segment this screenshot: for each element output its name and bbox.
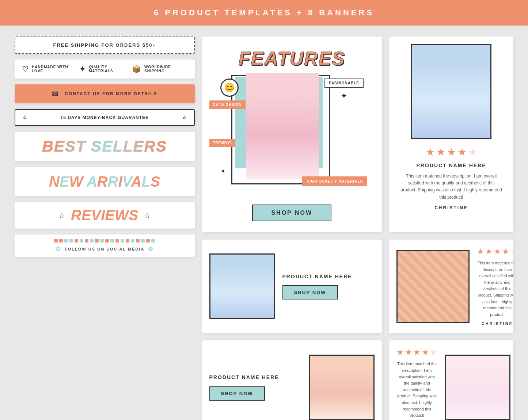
reviews-star-left: ☆ bbox=[58, 211, 65, 220]
star-r2-2: ★ bbox=[485, 247, 493, 256]
dot-5 bbox=[75, 239, 78, 243]
na-a: A bbox=[87, 173, 97, 190]
model-dress bbox=[246, 73, 319, 179]
na-r2: R bbox=[108, 173, 118, 190]
worldwide-text: WORLDWIDE SHIPPING bbox=[144, 65, 187, 73]
model-white-dress bbox=[446, 356, 509, 419]
dot-15 bbox=[126, 239, 129, 243]
handmade-text: HANDMADE WITH LOVE bbox=[32, 65, 76, 73]
reviews-text: REVIEWS bbox=[71, 207, 138, 224]
dot-13 bbox=[115, 239, 119, 243]
star-r2-1: ★ bbox=[477, 247, 484, 256]
dot-6 bbox=[80, 239, 83, 243]
envelope-icon: ✉ bbox=[52, 89, 59, 98]
banner-social: ✿ FOLLOW US ON SOCIAL MEDIA ✿ bbox=[15, 234, 195, 257]
social-media-text: ✿ FOLLOW US ON SOCIAL MEDIA ✿ bbox=[56, 245, 153, 252]
na-a2: A bbox=[131, 173, 141, 190]
product-info-row2-left: PRODUCT NAME HERE SHOP NOW bbox=[282, 273, 375, 300]
dot-10 bbox=[100, 239, 104, 243]
shipping-text: FREE SHIPPING FOR ORDERS $50+ bbox=[53, 42, 156, 48]
na-i: I bbox=[118, 173, 122, 190]
flower-right-icon: ✿ bbox=[148, 245, 153, 252]
tag-cute-design: CUTE DESIGN bbox=[209, 100, 246, 109]
features-model-image bbox=[246, 73, 319, 179]
box-icon: 📦 bbox=[132, 65, 141, 73]
product-image-row2-left bbox=[209, 253, 275, 319]
features-title: FEATURES bbox=[213, 47, 371, 69]
product-name: PRODUCT NAME HERE bbox=[416, 163, 486, 168]
banner-icons: ♡ HANDMADE WITH LOVE ✦ QUALITY MATERIALS… bbox=[15, 60, 195, 79]
review-product-image bbox=[411, 44, 491, 139]
dot-2 bbox=[59, 239, 63, 243]
product-name-row3-left: PRODUCT NAME HERE bbox=[209, 374, 302, 381]
review-large-card: ★ ★ ★ ★ ★ PRODUCT NAME HERE This item ma… bbox=[389, 37, 513, 232]
dot-20 bbox=[151, 239, 155, 243]
reviewer-name: CHRISTINE bbox=[434, 205, 468, 210]
stars-row3: ★ ★ ★ ★ ★ bbox=[396, 348, 437, 357]
dot-16 bbox=[131, 239, 134, 243]
dot-17 bbox=[136, 239, 140, 243]
dot-1 bbox=[54, 239, 58, 243]
banner-free-shipping: FREE SHIPPING FOR ORDERS $50+ bbox=[15, 37, 195, 54]
product-image-row3-left bbox=[309, 355, 375, 420]
dot-19 bbox=[146, 239, 150, 243]
star-icon-banner: ✦ bbox=[79, 65, 86, 73]
guarantee-text: 15 DAYS MONEY-BACK GUARANTEE bbox=[60, 115, 149, 120]
na-w: W bbox=[69, 173, 83, 190]
star-2: ★ bbox=[436, 146, 445, 158]
banner-guarantee: ☆ 15 DAYS MONEY-BACK GUARANTEE ☆ bbox=[15, 109, 195, 126]
stars-row2: ★ ★ ★ ★ ★ bbox=[477, 247, 513, 256]
shop-now-button-row2-left[interactable]: SHOP NOW bbox=[282, 285, 338, 299]
banners-column: FREE SHIPPING FOR ORDERS $50+ ♡ HANDMADE… bbox=[15, 37, 195, 420]
star-r2-4: ★ bbox=[502, 247, 509, 256]
sparkle-icon-1: ✦ bbox=[341, 91, 347, 101]
review-card-row3-right: ★ ★ ★ ★ ★ This item matched the descript… bbox=[389, 340, 513, 420]
quality-text: QUALITY MATERIALS bbox=[89, 65, 128, 73]
banner-reviews: ☆ REVIEWS ☆ bbox=[15, 202, 195, 229]
reviews-star-right: ☆ bbox=[144, 211, 151, 220]
shop-now-button-row3-left[interactable]: SHOP NOW bbox=[209, 386, 265, 401]
tag-fashionable: FASHIONABLE bbox=[324, 79, 364, 88]
social-dots bbox=[54, 239, 155, 243]
star-rating: ★ ★ ★ ★ ★ bbox=[426, 146, 477, 158]
smiley-icon: 😊 bbox=[220, 79, 239, 97]
tag-quality: HIGH QUALITY MATERIALS bbox=[302, 176, 367, 186]
dot-18 bbox=[141, 239, 145, 243]
model-row2-left bbox=[210, 255, 274, 318]
star-4: ★ bbox=[457, 146, 467, 158]
top-banner-title: 6 PRODUCT TEMPLATES + 8 BANNERS bbox=[154, 8, 374, 17]
dot-9 bbox=[95, 239, 99, 243]
banner-contact[interactable]: ✉ CONTACT US FOR MORE DETAILS bbox=[15, 84, 195, 103]
dot-4 bbox=[69, 239, 73, 243]
review-text: This item matched the description. I am … bbox=[400, 173, 502, 201]
review-image-row2-right bbox=[396, 250, 470, 323]
star-1: ★ bbox=[426, 146, 435, 158]
features-inner: 😊 CUTE DESIGN TRENDY! FASHIONABLE HIGH Q… bbox=[213, 73, 371, 197]
features-shop-now-button[interactable]: SHOP NOW bbox=[252, 205, 331, 221]
sparkle-icon-2: ✦ bbox=[220, 167, 226, 175]
new-arrivals-text: NEW ARRIVALS bbox=[49, 173, 160, 190]
quality-item: ✦ QUALITY MATERIALS bbox=[79, 65, 128, 73]
review-text-row3: This item matched the description. I am … bbox=[396, 361, 437, 419]
dot-14 bbox=[121, 239, 124, 243]
review-content-row2-right: ★ ★ ★ ★ ★ This item matched the descript… bbox=[477, 247, 513, 326]
na-n: N bbox=[49, 173, 60, 190]
heart-icon: ♡ bbox=[22, 65, 29, 73]
star-r2-5: ★ bbox=[510, 247, 513, 256]
tag-trendy: TRENDY! bbox=[209, 139, 235, 147]
product-card-row3-left: PRODUCT NAME HERE SHOP NOW bbox=[202, 340, 382, 420]
star-r3-5: ★ bbox=[430, 348, 437, 357]
banner-best-sellers: BEST SELLERS bbox=[15, 132, 195, 161]
product-card-row2-left: PRODUCT NAME HERE SHOP NOW bbox=[202, 240, 382, 333]
star-r3-2: ★ bbox=[405, 348, 412, 357]
best-sellers-text: BEST SELLERS bbox=[42, 138, 167, 155]
main-content: FEATURES 😊 CUTE DESIGN TRENDY! FASHIONAB… bbox=[0, 26, 528, 420]
na-v: V bbox=[122, 173, 131, 190]
na-s: S bbox=[151, 173, 160, 190]
model-blue-dress bbox=[412, 45, 490, 138]
star-r2-3: ★ bbox=[494, 247, 501, 256]
review-content-row3-right: ★ ★ ★ ★ ★ This item matched the descript… bbox=[396, 348, 437, 420]
features-card: FEATURES 😊 CUTE DESIGN TRENDY! FASHIONAB… bbox=[202, 37, 382, 232]
star-r3-1: ★ bbox=[396, 348, 404, 357]
dot-3 bbox=[64, 239, 68, 243]
